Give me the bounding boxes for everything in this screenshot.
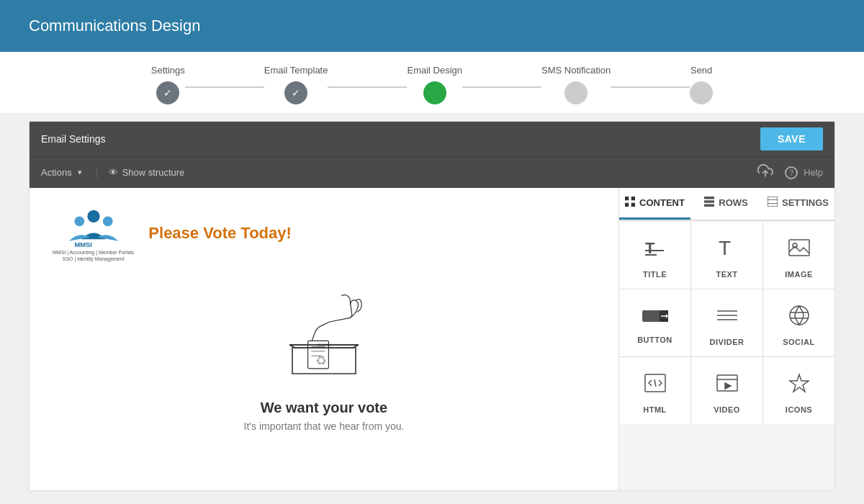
svg-point-1	[87, 210, 99, 222]
help-button[interactable]: ? Help	[785, 166, 823, 179]
step-settings[interactable]: Settings ✓	[151, 65, 185, 104]
title-label: TITLE	[643, 270, 667, 279]
step-send-label: Send	[690, 65, 712, 76]
step-sms-circle	[564, 81, 588, 104]
vote-headline: Please Vote Today!	[148, 224, 291, 243]
svg-text:MMSI: MMSI	[74, 240, 92, 248]
rows-icon	[704, 197, 714, 209]
step-send[interactable]: Send	[690, 65, 713, 104]
video-icon	[716, 372, 739, 400]
content-item-video[interactable]: VIDEO	[691, 357, 762, 424]
editor-container: Email Settings SAVE Actions ▾ 👁 Show str…	[29, 121, 835, 491]
video-label: VIDEO	[714, 405, 740, 414]
email-body-text: We want your vote It's important that we…	[53, 400, 595, 432]
show-structure-label: Show structure	[122, 167, 185, 178]
actions-label: Actions	[41, 167, 72, 178]
panel-tabs: CONTENT ROWS SETTINGS	[619, 188, 834, 221]
image-label: IMAGE	[785, 270, 813, 279]
vote-image: ♻	[252, 279, 396, 394]
tab-rows-label: ROWS	[719, 197, 747, 208]
email-header-row: MMSI MMSI | Accounting | Member Portals …	[53, 205, 595, 261]
step-email-design-label: Email Design	[407, 65, 462, 76]
svg-rect-26	[789, 240, 809, 256]
email-settings-label: Email Settings	[41, 133, 105, 145]
content-item-icons[interactable]: ICONS	[763, 357, 834, 424]
button-icon	[642, 307, 668, 330]
toolbar-right: ? Help	[757, 163, 823, 182]
header: Communications Design	[0, 0, 864, 52]
content-grid-icon	[625, 197, 635, 209]
image-icon	[788, 236, 811, 264]
svg-point-35	[790, 306, 809, 325]
html-icon	[644, 372, 667, 400]
svg-rect-17	[704, 200, 714, 203]
button-label: BUTTON	[637, 336, 672, 344]
tab-content[interactable]: CONTENT	[619, 188, 690, 220]
svg-rect-13	[631, 197, 635, 200]
step-send-circle	[690, 81, 713, 104]
svg-rect-16	[704, 197, 714, 199]
main-area: Email Settings SAVE Actions ▾ 👁 Show str…	[0, 114, 864, 501]
actions-button[interactable]: Actions ▾	[41, 167, 97, 178]
step-connector-4	[611, 86, 690, 88]
svg-rect-15	[631, 203, 635, 207]
social-label: SOCIAL	[783, 338, 815, 346]
svg-text:♻: ♻	[315, 354, 327, 368]
email-preview: MMSI MMSI | Accounting | Member Portals …	[30, 188, 618, 490]
svg-point-2	[74, 216, 84, 226]
help-icon: ?	[785, 166, 798, 179]
save-button[interactable]: SAVE	[760, 127, 823, 150]
content-item-button[interactable]: BUTTON	[619, 289, 690, 356]
content-item-text[interactable]: T TEXT	[691, 222, 762, 289]
page-title: Communications Design	[29, 17, 200, 35]
content-item-html[interactable]: HTML	[619, 357, 690, 424]
mmsi-line2: SSO | Identity Management	[63, 256, 125, 261]
step-email-template-label: Email Template	[264, 65, 328, 76]
show-structure-button[interactable]: 👁 Show structure	[97, 167, 185, 178]
step-connector-2	[328, 86, 407, 88]
step-sms-notification[interactable]: SMS Notification	[541, 65, 611, 104]
upload-icon[interactable]	[757, 163, 773, 182]
eye-icon: 👁	[109, 167, 118, 178]
tab-settings-label: SETTINGS	[782, 197, 829, 208]
email-body-title: We want your vote	[53, 400, 595, 416]
tab-content-label: CONTENT	[639, 197, 685, 208]
steps-container: Settings ✓ Email Template ✓ Email Design…	[0, 52, 864, 114]
ballot-illustration: ♻	[266, 286, 382, 387]
email-settings-bar: Email Settings SAVE	[30, 122, 834, 156]
svg-line-39	[654, 379, 656, 387]
text-icon: T	[716, 236, 739, 264]
step-settings-label: Settings	[151, 65, 185, 76]
step-email-design[interactable]: Email Design	[407, 65, 462, 104]
content-grid: T TITLE T TEXT	[619, 222, 834, 424]
content-item-title[interactable]: T TITLE	[619, 222, 690, 289]
step-email-template[interactable]: Email Template ✓	[264, 65, 328, 104]
settings-icon	[768, 197, 778, 209]
content-item-image[interactable]: IMAGE	[763, 222, 834, 289]
svg-marker-42	[725, 383, 731, 389]
right-panel: CONTENT ROWS SETTINGS	[618, 188, 834, 490]
tab-settings[interactable]: SETTINGS	[762, 188, 834, 220]
step-sms-label: SMS Notification	[541, 65, 611, 76]
step-connector-3	[462, 86, 541, 88]
step-email-template-circle: ✓	[284, 81, 307, 104]
tab-rows[interactable]: ROWS	[690, 188, 762, 220]
icons-label: ICONS	[786, 405, 812, 414]
editor-body: MMSI MMSI | Accounting | Member Portals …	[30, 188, 834, 490]
email-body-subtitle: It's important that we hear from you.	[53, 420, 595, 432]
actions-chevron-icon: ▾	[78, 168, 82, 177]
icons-icon	[788, 372, 811, 400]
content-item-social[interactable]: SOCIAL	[763, 289, 834, 356]
mmsi-logo: MMSI MMSI | Accounting | Member Portals …	[53, 205, 134, 261]
step-settings-circle: ✓	[156, 81, 179, 104]
toolbar-bar: Actions ▾ 👁 Show structure ? Help	[30, 156, 834, 188]
svg-rect-14	[625, 203, 629, 207]
content-item-divider[interactable]: DIVIDER	[691, 289, 762, 356]
divider-label: DIVIDER	[709, 338, 744, 346]
mmsi-logo-svg: MMSI	[65, 205, 122, 248]
social-icon	[788, 304, 811, 332]
svg-rect-12	[625, 197, 629, 200]
svg-rect-19	[768, 197, 778, 207]
help-label: Help	[804, 167, 823, 178]
svg-rect-18	[704, 204, 714, 207]
